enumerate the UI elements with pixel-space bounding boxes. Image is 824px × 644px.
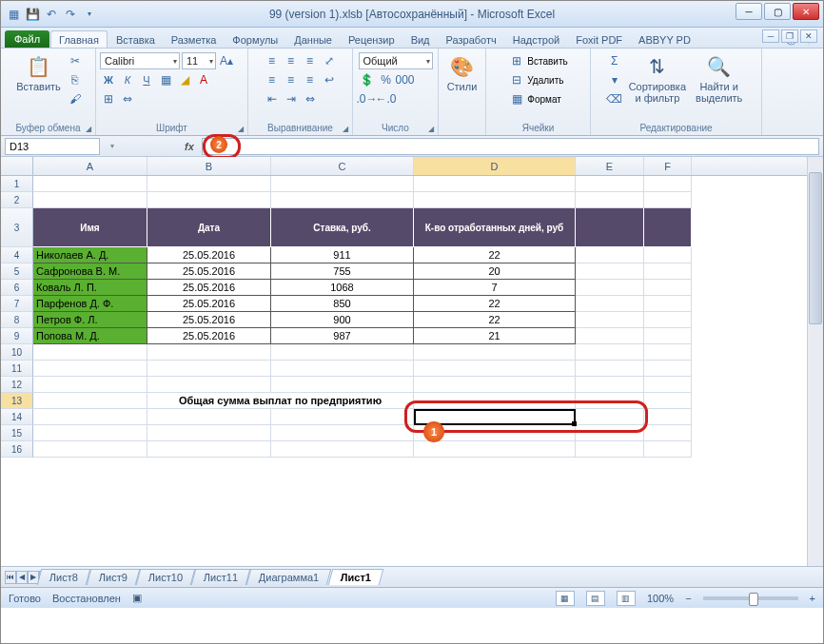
cell-D5[interactable]: 20 <box>414 263 576 280</box>
tab-home[interactable]: Главная <box>50 30 108 48</box>
row-header-1[interactable]: 1 <box>1 176 33 192</box>
cell-D2[interactable] <box>414 192 576 208</box>
align-middle-icon[interactable]: ≡ <box>283 52 300 69</box>
autosum-icon[interactable]: Σ <box>606 52 623 69</box>
view-normal-icon[interactable]: ▦ <box>556 591 575 606</box>
cell-A7[interactable]: Парфенов Д. Ф. <box>33 296 147 312</box>
cell-E5[interactable] <box>576 263 644 280</box>
row-header-8[interactable]: 8 <box>1 312 33 328</box>
cell-D11[interactable] <box>414 361 576 377</box>
cell-A1[interactable] <box>33 176 147 192</box>
decrease-decimal-icon[interactable]: ←.0 <box>378 90 395 107</box>
styles-button[interactable]: 🎨 Стили <box>443 52 481 94</box>
maximize-button[interactable]: ▢ <box>764 3 791 20</box>
select-all-corner[interactable] <box>1 157 33 175</box>
row-header-6[interactable]: 6 <box>1 280 33 296</box>
align-center-icon[interactable]: ≡ <box>283 71 300 88</box>
cell-D6[interactable]: 7 <box>414 280 576 296</box>
cell-B9[interactable]: 25.05.2016 <box>147 328 271 344</box>
cell-D8[interactable]: 22 <box>414 312 576 328</box>
sort-filter-button[interactable]: ⇅ Сортировка и фильтр <box>625 52 690 106</box>
cell-E13[interactable] <box>576 393 644 409</box>
cell-A3[interactable]: Имя <box>33 208 147 247</box>
comma-icon[interactable]: 000 <box>397 71 414 88</box>
row-header-16[interactable]: 16 <box>1 441 33 458</box>
copy-icon[interactable]: ⎘ <box>67 71 84 88</box>
cell-C11[interactable] <box>271 361 414 377</box>
sheet-tab-Лист10[interactable]: Лист10 <box>136 569 196 585</box>
scrollbar-thumb[interactable] <box>809 172 822 324</box>
cell-F3[interactable] <box>644 208 692 247</box>
formula-input[interactable] <box>202 138 819 155</box>
cell-D13[interactable] <box>414 393 576 409</box>
cell-C10[interactable] <box>271 344 414 361</box>
cell-E12[interactable] <box>576 377 644 393</box>
cell-C15[interactable] <box>271 425 414 441</box>
cell-F8[interactable] <box>644 312 692 328</box>
row-header-9[interactable]: 9 <box>1 328 33 344</box>
cell-F5[interactable] <box>644 263 692 280</box>
align-left-icon[interactable]: ≡ <box>264 71 281 88</box>
tab-prev-icon[interactable]: ◀ <box>16 571 28 584</box>
sheet-tab-Лист11[interactable]: Лист11 <box>191 569 251 585</box>
cell-E14[interactable] <box>576 409 644 425</box>
cell-F9[interactable] <box>644 328 692 344</box>
insert-cells-label[interactable]: Вставить <box>527 56 567 67</box>
increase-decimal-icon[interactable]: .0→ <box>359 90 376 107</box>
row-header-14[interactable]: 14 <box>1 409 33 425</box>
cell-C8[interactable]: 900 <box>271 312 414 328</box>
cell-C16[interactable] <box>271 441 414 458</box>
row-header-2[interactable]: 2 <box>1 192 33 208</box>
cell-E7[interactable] <box>576 296 644 312</box>
cell-D7[interactable]: 22 <box>414 296 576 312</box>
cell-D10[interactable] <box>414 344 576 361</box>
cell-A16[interactable] <box>33 441 147 458</box>
tab-foxit[interactable]: Foxit PDF <box>568 31 630 48</box>
cell-F16[interactable] <box>644 441 692 458</box>
zoom-slider[interactable] <box>703 596 798 600</box>
cell-B13[interactable]: Общая сумма выплат по предприятию <box>147 393 414 409</box>
cell-B11[interactable] <box>147 361 271 377</box>
tab-addins[interactable]: Надстрой <box>505 31 567 48</box>
doc-minimize-button[interactable]: ─ <box>762 29 779 43</box>
insert-cells-icon[interactable]: ⊞ <box>508 52 525 69</box>
merge-icon[interactable]: ⇔ <box>119 90 136 107</box>
save-icon[interactable]: 💾 <box>24 6 41 23</box>
cell-C9[interactable]: 987 <box>271 328 414 344</box>
cell-F10[interactable] <box>644 344 692 361</box>
vertical-scrollbar[interactable] <box>807 157 823 566</box>
row-header-11[interactable]: 11 <box>1 361 33 377</box>
tab-view[interactable]: Вид <box>403 31 438 48</box>
wrap-text-icon[interactable]: ↩ <box>321 71 338 88</box>
cell-E3[interactable] <box>576 208 644 247</box>
cell-C5[interactable]: 755 <box>271 263 414 280</box>
cell-B3[interactable]: Дата <box>147 208 271 247</box>
redo-icon[interactable]: ↷ <box>62 6 79 23</box>
view-pagebreak-icon[interactable]: ▥ <box>617 591 636 606</box>
merge-cells-icon[interactable]: ⇔ <box>302 90 319 107</box>
cell-F15[interactable] <box>644 425 692 441</box>
cell-F13[interactable] <box>644 393 692 409</box>
col-header-D[interactable]: D <box>414 157 576 175</box>
cell-E2[interactable] <box>576 192 644 208</box>
cell-E4[interactable] <box>576 247 644 263</box>
find-select-button[interactable]: 🔍 Найти и выделить <box>692 52 746 106</box>
paste-button[interactable]: 📋 Вставить <box>12 52 65 94</box>
borders-icon[interactable]: ⊞ <box>100 90 117 107</box>
fill-icon[interactable]: ▾ <box>606 71 623 88</box>
cell-F1[interactable] <box>644 176 692 192</box>
col-header-C[interactable]: C <box>271 157 414 175</box>
cell-C3[interactable]: Ставка, руб. <box>271 208 414 247</box>
font-size-combo[interactable]: 11 <box>182 52 216 69</box>
cell-A8[interactable]: Петров Ф. Л. <box>33 312 147 328</box>
italic-icon[interactable]: К <box>119 71 136 88</box>
cell-F11[interactable] <box>644 361 692 377</box>
zoom-out-icon[interactable]: − <box>685 593 691 604</box>
minimize-button[interactable]: ─ <box>736 3 762 20</box>
orientation-icon[interactable]: ⤢ <box>321 52 338 69</box>
row-header-3[interactable]: 3 <box>1 208 33 247</box>
row-header-12[interactable]: 12 <box>1 377 33 393</box>
delete-cells-icon[interactable]: ⊟ <box>508 71 525 88</box>
cell-A11[interactable] <box>33 361 147 377</box>
row-header-5[interactable]: 5 <box>1 263 33 280</box>
